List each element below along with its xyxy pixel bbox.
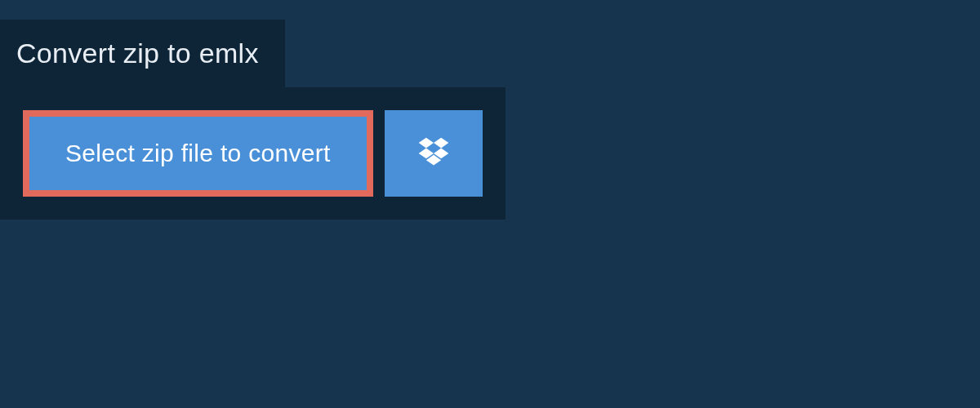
dropbox-icon (416, 135, 452, 173)
dropbox-button[interactable] (385, 110, 483, 197)
tab-header: Convert zip to emlx (0, 20, 285, 87)
select-file-label: Select zip file to convert (65, 140, 331, 167)
select-file-button[interactable]: Select zip file to convert (23, 110, 373, 197)
content-panel: Select zip file to convert (0, 87, 506, 220)
page-title: Convert zip to emlx (16, 38, 259, 69)
